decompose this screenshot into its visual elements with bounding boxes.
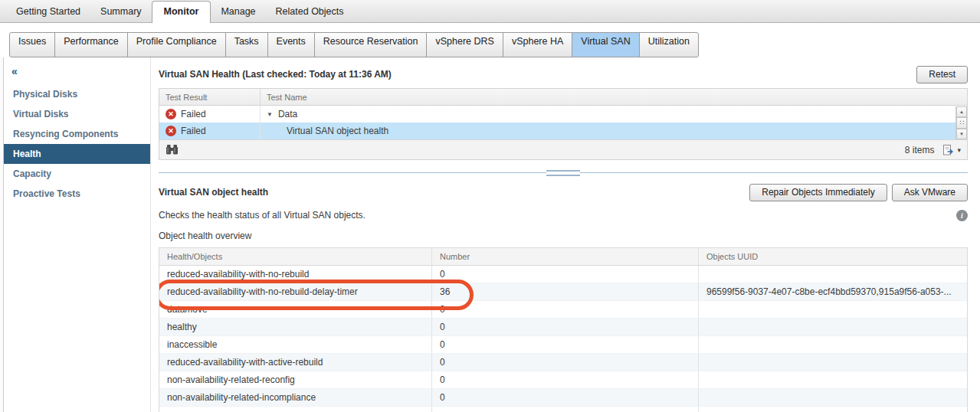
number-cell: 0 [432,266,699,283]
table-footer: 8 items ▾ [159,139,967,159]
info-icon[interactable]: i [956,210,968,221]
health-tests-header-row: Test Result Test Name [159,89,967,106]
uuid-cell [699,319,967,335]
collapse-group-icon[interactable]: ▼ [267,111,273,118]
tab-getting-started[interactable]: Getting Started [6,2,90,22]
sidebar-item-capacity[interactable]: Capacity [4,164,150,184]
table-scrollbar[interactable]: ▲ ∷ ▼ [955,106,967,139]
subtab-utilization[interactable]: Utilization [639,32,699,57]
column-header-number[interactable]: Number [432,248,699,265]
table-row[interactable]: reduced-availability-with-active-rebuild… [159,354,967,371]
subtab-tasks[interactable]: Tasks [225,32,268,57]
sidebar-item-health[interactable]: Health [4,144,150,164]
subtab-resource-reservation[interactable]: Resource Reservation [314,32,428,57]
column-header-health-objects[interactable]: Health/Objects [159,248,432,265]
scroll-down-icon[interactable]: ▼ [956,129,967,139]
test-result-cell: ✕ Failed [159,123,261,139]
subtab-virtual-san[interactable]: Virtual SAN [572,32,639,57]
panel-splitter[interactable] [159,169,968,177]
sidebar-item-resyncing-components[interactable]: Resyncing Components [4,124,150,144]
tab-manage[interactable]: Manage [211,2,265,22]
export-menu-caret-icon[interactable]: ▾ [957,146,961,154]
table-row[interactable]: inaccessible 0 [159,336,967,354]
column-header-test-result[interactable]: Test Result [159,89,261,105]
collapse-sidebar-icon[interactable]: « [11,65,18,77]
health-cell: datamove [159,301,432,318]
scrollbar-grip[interactable]: ∷ [956,117,967,128]
sub-tab-bar: Issues Performance Profile Compliance Ta… [0,23,980,57]
health-main-panel: Virtual SAN Health (Last checked: Today … [151,57,980,412]
splitter-grip-icon[interactable] [546,170,580,176]
uuid-cell [699,389,967,406]
failed-status-icon: ✕ [166,109,176,119]
subtab-profile-compliance[interactable]: Profile Compliance [127,32,226,57]
health-cell: reduced-availability-with-active-rebuild [159,354,432,371]
subtab-performance[interactable]: Performance [54,32,128,57]
tab-summary[interactable]: Summary [90,2,151,22]
uuid-cell [699,354,967,371]
test-result-cell: ✕ Failed [159,106,261,123]
object-health-header: Virtual SAN object health Repair Objects… [159,183,968,201]
number-cell: 0 [432,354,699,371]
filter-binoculars-icon[interactable] [166,144,179,155]
test-name-label: Virtual SAN object health [287,126,388,136]
table-row-object-health[interactable]: ✕ Failed Virtual SAN object health [159,123,967,139]
table-row[interactable]: reduced-availability-with-no-rebuild 0 [159,266,967,283]
number-cell: 0 [432,389,699,406]
table-row-data-group[interactable]: ✕ Failed ▼ Data [159,106,967,123]
empty-cell [699,407,967,412]
test-name-label: Data [278,109,297,119]
scroll-up-icon[interactable]: ▲ [956,106,967,117]
column-header-test-name[interactable]: Test Name [261,93,967,102]
health-cell: reduced-availability-with-no-rebuild [159,266,432,283]
table-row[interactable]: non-availability-related-reconfig 0 [159,371,967,389]
test-result-label: Failed [181,126,206,136]
uuid-cell [699,336,967,353]
retest-button[interactable]: Retest [916,66,968,83]
repair-objects-button[interactable]: Repair Objects Immediately [749,184,887,201]
subtab-issues[interactable]: Issues [9,32,55,57]
content-area: « Physical Disks Virtual Disks Resyncing… [0,57,980,412]
test-name-cell: ▼ Data [261,106,967,123]
overview-label: Object health overview [159,231,968,241]
object-health-description-row: Checks the health status of all Virtual … [159,208,968,223]
sidebar-collapse-row: « [4,64,150,84]
sidebar-item-proactive-tests[interactable]: Proactive Tests [4,184,150,204]
subtab-events[interactable]: Events [267,32,315,57]
subtab-vsphere-drs[interactable]: vSphere DRS [426,32,503,57]
object-health-header-row: Health/Objects Number Objects UUID [159,248,967,266]
tab-related-objects[interactable]: Related Objects [266,2,354,22]
health-cell: healthy [159,319,432,335]
table-row[interactable]: healthy 0 [159,319,967,336]
table-row[interactable]: datamove 0 [159,301,967,319]
number-cell: 0 [432,301,699,318]
number-cell: 0 [432,319,699,335]
table-filler-row [159,407,967,412]
sidebar-item-virtual-disks[interactable]: Virtual Disks [4,104,150,124]
health-cell: non-availability-related-reconfig [159,371,432,388]
export-icon[interactable] [942,144,955,156]
subtab-vsphere-ha[interactable]: vSphere HA [503,32,572,57]
sidebar-item-physical-disks[interactable]: Physical Disks [4,84,150,104]
monitor-sidebar: « Physical Disks Virtual Disks Resyncing… [4,57,151,412]
vsphere-monitor-page: Getting Started Summary Monitor Manage R… [0,0,980,412]
column-header-objects-uuid[interactable]: Objects UUID [699,248,967,265]
table-row-highlighted[interactable]: reduced-availability-with-no-rebuild-del… [159,283,967,301]
object-health-table: Health/Objects Number Objects UUID reduc… [159,247,968,412]
health-tests-table: Test Result Test Name ✕ Failed ▼ Data ✕ [159,88,968,160]
uuid-cell [699,301,967,318]
object-health-title: Virtual SAN object health [159,187,268,198]
items-count-label: 8 items [905,145,935,155]
test-result-label: Failed [181,109,206,119]
ask-vmware-button[interactable]: Ask VMware [892,184,968,201]
uuid-cell [699,371,967,388]
empty-cell [432,407,699,412]
number-cell: 36 [432,283,699,300]
table-row[interactable]: non-availability-related-incompliance 0 [159,389,967,407]
health-cell: reduced-availability-with-no-rebuild-del… [159,283,432,300]
tab-monitor[interactable]: Monitor [152,1,211,23]
health-cell: inaccessible [159,336,432,353]
object-health-actions: Repair Objects Immediately Ask VMware [749,184,968,201]
object-health-description: Checks the health status of all Virtual … [159,210,365,221]
health-cell: non-availability-related-incompliance [159,389,432,406]
